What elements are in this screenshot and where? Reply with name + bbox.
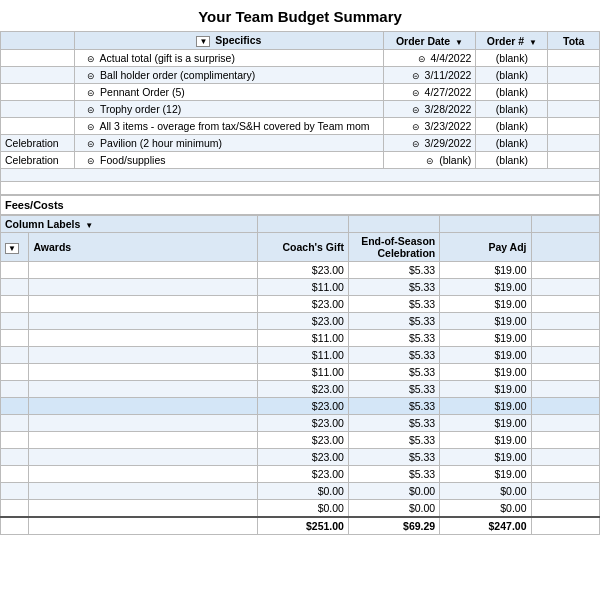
data-row-2: $23.00 $5.33 $19.00 — [1, 296, 600, 313]
specifics-col-header: ▼ Specifics — [75, 32, 383, 50]
data-row-1: $11.00 $5.33 $19.00 — [1, 279, 600, 296]
order-date-cell-1: ⊝ 3/11/2022 — [383, 67, 476, 84]
order-row-6: Celebration ⊝ Food/supplies ⊝ (blank) (b… — [1, 152, 600, 169]
specifics-cell-2: ⊝ Pennant Order (5) — [75, 84, 383, 101]
empty-col-4 — [531, 216, 600, 233]
category-cell-5: Celebration — [1, 135, 75, 152]
data-row-12: $23.00 $5.33 $19.00 — [1, 466, 600, 483]
order-num-cell-1: (blank) — [476, 67, 548, 84]
specifics-filter-icon[interactable]: ▼ — [196, 36, 210, 47]
data-row-10: $23.00 $5.33 $19.00 — [1, 432, 600, 449]
awards-col-header: Awards — [29, 233, 257, 262]
pay-adj-col-header: Pay Adj — [440, 233, 531, 262]
order-date-dropdown-icon[interactable]: ▼ — [455, 38, 463, 47]
data-row-13: $0.00 $0.00 $0.00 — [1, 483, 600, 500]
order-num-cell-6: (blank) — [476, 152, 548, 169]
extra-col-header — [531, 233, 600, 262]
order-num-cell-4: (blank) — [476, 118, 548, 135]
order-date-cell-2: ⊝ 4/27/2022 — [383, 84, 476, 101]
order-date-cell-5: ⊝ 3/29/2022 — [383, 135, 476, 152]
order-date-col-header: Order Date ▼ — [383, 32, 476, 50]
category-cell-0 — [1, 50, 75, 67]
total-cell-5 — [548, 135, 600, 152]
order-num-dropdown-icon[interactable]: ▼ — [529, 38, 537, 47]
data-row-7: $23.00 $5.33 $19.00 — [1, 381, 600, 398]
col-labels-dropdown-icon[interactable]: ▼ — [85, 221, 93, 230]
order-date-cell-6: ⊝ (blank) — [383, 152, 476, 169]
category-cell-4 — [1, 118, 75, 135]
order-row-2: ⊝ Pennant Order (5) ⊝ 4/27/2022 (blank) — [1, 84, 600, 101]
col-labels-cell: Column Labels ▼ — [1, 216, 258, 233]
order-details-table: ▼ Specifics Order Date ▼ Order # ▼ Tota … — [0, 31, 600, 195]
total-cell-2 — [548, 84, 600, 101]
total-end-of-season: $69.29 — [348, 517, 439, 535]
data-row-9: $23.00 $5.33 $19.00 — [1, 415, 600, 432]
data-row-14: $0.00 $0.00 $0.00 — [1, 500, 600, 518]
order-num-cell-2: (blank) — [476, 84, 548, 101]
order-date-cell-4: ⊝ 3/23/2022 — [383, 118, 476, 135]
coach-gift-col-header: Coach's Gift — [257, 233, 348, 262]
total-cell-3 — [548, 101, 600, 118]
category-col-header — [1, 32, 75, 50]
order-row-1: ⊝ Ball holder order (complimentary) ⊝ 3/… — [1, 67, 600, 84]
column-labels-row: Column Labels ▼ — [1, 216, 600, 233]
data-row-8: $23.00 $5.33 $19.00 — [1, 398, 600, 415]
blank-row-1 — [1, 169, 600, 182]
data-row-3: $23.00 $5.33 $19.00 — [1, 313, 600, 330]
fees-costs-table: Column Labels ▼ ▼ Awards Coach's Gift En… — [0, 215, 600, 535]
blank-row-2 — [1, 182, 600, 195]
order-num-cell-0: (blank) — [476, 50, 548, 67]
order-row-4: ⊝ All 3 items - overage from tax/S&H cov… — [1, 118, 600, 135]
total-col-header: Tota — [548, 32, 600, 50]
category-cell-1 — [1, 67, 75, 84]
specifics-cell-3: ⊝ Trophy order (12) — [75, 101, 383, 118]
data-row-0: $23.00 $5.33 $19.00 — [1, 262, 600, 279]
total-cell-1 — [548, 67, 600, 84]
data-row-5: $11.00 $5.33 $19.00 — [1, 347, 600, 364]
awards-header-row: ▼ Awards Coach's Gift End-of-Season Cele… — [1, 233, 600, 262]
empty-col-1 — [257, 216, 348, 233]
total-cell-6 — [548, 152, 600, 169]
order-num-col-header: Order # ▼ — [476, 32, 548, 50]
category-cell-2 — [1, 84, 75, 101]
total-coach-gift: $251.00 — [257, 517, 348, 535]
specifics-cell-0: ⊝ Actual total (gift is a surprise) — [75, 50, 383, 67]
data-row-4: $11.00 $5.33 $19.00 — [1, 330, 600, 347]
awards-filter-icon[interactable]: ▼ — [5, 243, 19, 254]
category-cell-3 — [1, 101, 75, 118]
order-date-cell-3: ⊝ 3/28/2022 — [383, 101, 476, 118]
data-row-6: $11.00 $5.33 $19.00 — [1, 364, 600, 381]
data-row-11: $23.00 $5.33 $19.00 — [1, 449, 600, 466]
total-cell-0 — [548, 50, 600, 67]
order-num-cell-5: (blank) — [476, 135, 548, 152]
category-cell-6: Celebration — [1, 152, 75, 169]
order-date-cell-0: ⊝ 4/4/2022 — [383, 50, 476, 67]
empty-col-3 — [440, 216, 531, 233]
specifics-cell-5: ⊝ Pavilion (2 hour minimum) — [75, 135, 383, 152]
specifics-cell-6: ⊝ Food/supplies — [75, 152, 383, 169]
order-row-3: ⊝ Trophy order (12) ⊝ 3/28/2022 (blank) — [1, 101, 600, 118]
page-title: Your Team Budget Summary — [0, 0, 600, 31]
specifics-cell-4: ⊝ All 3 items - overage from tax/S&H cov… — [75, 118, 383, 135]
awards-filter-cell: ▼ — [1, 233, 29, 262]
totals-row: $251.00 $69.29 $247.00 — [1, 517, 600, 535]
order-num-cell-3: (blank) — [476, 101, 548, 118]
order-row-0: ⊝ Actual total (gift is a surprise) ⊝ 4/… — [1, 50, 600, 67]
total-cell-4 — [548, 118, 600, 135]
specifics-cell-1: ⊝ Ball holder order (complimentary) — [75, 67, 383, 84]
fees-costs-label: Fees/Costs — [0, 195, 600, 215]
empty-col-2 — [348, 216, 439, 233]
end-of-season-col-header: End-of-Season Celebration — [348, 233, 439, 262]
total-pay-adj: $247.00 — [440, 517, 531, 535]
order-row-5: Celebration ⊝ Pavilion (2 hour minimum) … — [1, 135, 600, 152]
